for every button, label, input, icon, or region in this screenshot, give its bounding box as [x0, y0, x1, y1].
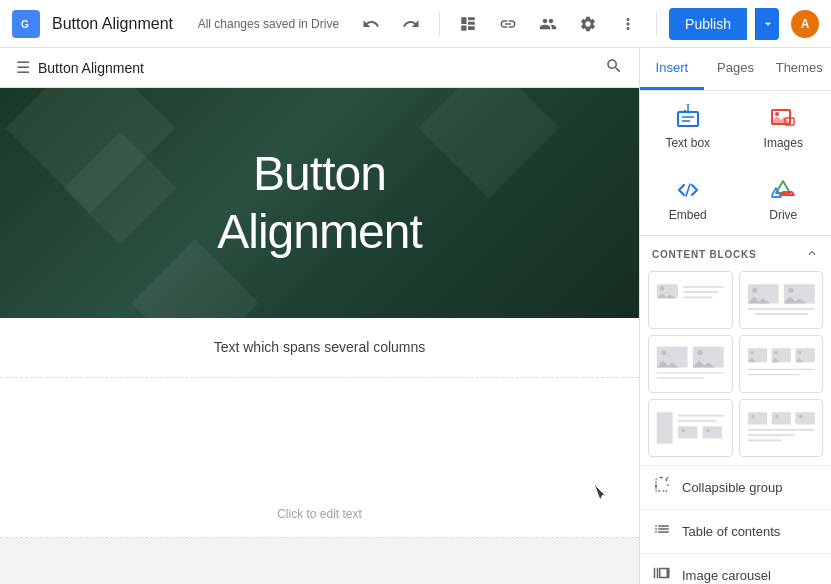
more-button[interactable] — [612, 8, 644, 40]
settings-button[interactable] — [572, 8, 604, 40]
layout-button[interactable] — [452, 8, 484, 40]
svg-rect-44 — [747, 412, 766, 424]
toc-label: Table of contents — [682, 524, 780, 539]
block-thumb-1[interactable] — [648, 271, 733, 329]
divider-2 — [656, 12, 657, 36]
svg-point-49 — [798, 415, 802, 419]
svg-point-24 — [661, 350, 666, 355]
svg-rect-2 — [678, 112, 698, 126]
svg-line-11 — [686, 184, 690, 196]
cursor — [593, 483, 611, 509]
insert-grid: T Text box Images — [640, 91, 831, 236]
svg-point-26 — [697, 350, 702, 355]
page-header-bar: ☰ Button Alignment — [0, 48, 639, 88]
svg-rect-37 — [657, 412, 673, 444]
canvas-area[interactable]: ☰ Button Alignment Button Alignment Text… — [0, 48, 639, 584]
block-thumb-4[interactable] — [739, 335, 824, 393]
toc-icon — [652, 520, 672, 543]
publish-dropdown-button[interactable] — [755, 8, 779, 40]
svg-rect-40 — [678, 426, 697, 438]
link-button[interactable] — [492, 8, 524, 40]
save-status: All changes saved in Drive — [198, 17, 339, 31]
block-grid — [640, 271, 831, 465]
collapsible-group-label: Collapsible group — [682, 480, 782, 495]
svg-point-18 — [752, 288, 757, 293]
collapse-button[interactable] — [805, 246, 819, 263]
svg-point-43 — [706, 429, 710, 433]
content-blocks-header: CONTENT BLOCKS — [640, 236, 831, 271]
block-thumb-6[interactable] — [739, 399, 824, 457]
hero-title-line1: Button — [217, 145, 421, 203]
tab-themes[interactable]: Themes — [767, 48, 831, 90]
svg-text:T: T — [685, 104, 691, 113]
svg-point-41 — [681, 429, 685, 433]
carousel-label: Image carousel — [682, 568, 771, 583]
page-header-title: Button Alignment — [38, 60, 597, 76]
document-title: Button Alignment — [52, 15, 173, 33]
drive-icon — [769, 176, 797, 204]
svg-point-30 — [750, 351, 754, 355]
app-logo: G — [12, 10, 40, 38]
insert-embed[interactable]: Embed — [640, 163, 736, 235]
text-spans-section[interactable]: Text which spans several columns — [0, 318, 639, 378]
images-icon — [769, 104, 797, 132]
embed-icon — [674, 176, 702, 204]
share-button[interactable] — [532, 8, 564, 40]
svg-point-9 — [775, 112, 779, 116]
insert-images[interactable]: Images — [736, 91, 832, 163]
images-label: Images — [764, 136, 803, 150]
insert-textbox[interactable]: T Text box — [640, 91, 736, 163]
tab-insert[interactable]: Insert — [640, 48, 704, 90]
right-panel: Insert Pages Themes T Text b — [639, 48, 831, 584]
hero-title: Button Alignment — [217, 145, 421, 260]
menu-icon[interactable]: ☰ — [16, 58, 30, 77]
svg-point-34 — [797, 351, 801, 355]
insert-drive[interactable]: Drive — [736, 163, 832, 235]
svg-point-32 — [774, 351, 778, 355]
redo-button[interactable] — [395, 8, 427, 40]
carousel-icon — [652, 564, 672, 584]
main-area: ☰ Button Alignment Button Alignment Text… — [0, 48, 831, 584]
svg-point-20 — [788, 288, 793, 293]
avatar: A — [791, 10, 819, 38]
block-thumb-2[interactable] — [739, 271, 824, 329]
drive-label: Drive — [769, 208, 797, 222]
svg-rect-48 — [795, 412, 814, 424]
table-of-contents-item[interactable]: Table of contents — [640, 509, 831, 553]
hero-title-line2: Alignment — [217, 203, 421, 261]
hero-section: Button Alignment — [0, 88, 639, 318]
collapsible-group-item[interactable]: Collapsible group — [640, 465, 831, 509]
svg-point-47 — [775, 415, 779, 419]
toolbar: G Button Alignment All changes saved in … — [0, 0, 831, 48]
spans-text: Text which spans several columns — [214, 339, 426, 355]
search-icon[interactable] — [605, 57, 623, 79]
click-to-edit-label: Click to edit text — [277, 507, 362, 521]
block-thumb-5[interactable] — [648, 399, 733, 457]
publish-button[interactable]: Publish — [669, 8, 747, 40]
collapsible-group-icon — [652, 476, 672, 499]
svg-point-13 — [660, 286, 664, 290]
tab-pages[interactable]: Pages — [704, 48, 768, 90]
content-blocks-title: CONTENT BLOCKS — [652, 249, 757, 260]
svg-rect-46 — [771, 412, 790, 424]
panel-tabs: Insert Pages Themes — [640, 48, 831, 91]
block-thumb-3[interactable] — [648, 335, 733, 393]
undo-button[interactable] — [355, 8, 387, 40]
svg-text:G: G — [21, 19, 29, 30]
empty-edit-section[interactable]: Click to edit text — [0, 378, 639, 538]
textbox-icon: T — [674, 104, 702, 132]
svg-point-45 — [751, 415, 755, 419]
svg-rect-42 — [703, 426, 722, 438]
textbox-label: Text box — [665, 136, 710, 150]
divider-1 — [439, 12, 440, 36]
embed-label: Embed — [669, 208, 707, 222]
image-carousel-item[interactable]: Image carousel — [640, 553, 831, 584]
